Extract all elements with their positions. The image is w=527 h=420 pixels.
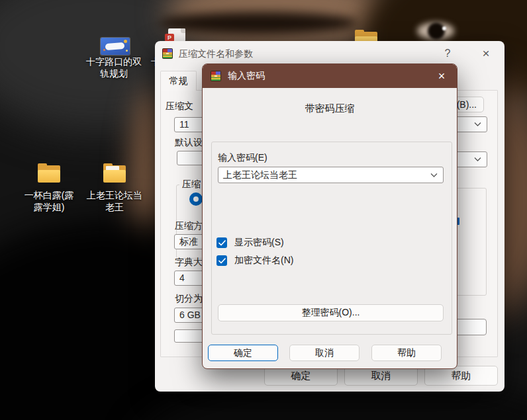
password-combobox[interactable]: 上老王论坛当老王	[218, 167, 444, 183]
password-help-button[interactable]: 帮助	[371, 345, 442, 361]
split-label: 切分为	[175, 293, 203, 305]
winrar-icon	[210, 70, 222, 82]
image-file-icon[interactable]	[101, 38, 130, 55]
show-password-row[interactable]: 显示密码(S)	[216, 237, 284, 249]
folder-label-laowang[interactable]: 上老王论坛当 老王	[75, 189, 154, 213]
folder-icon-laowang[interactable]	[103, 164, 126, 183]
close-icon[interactable]: ×	[426, 64, 457, 88]
password-heading: 带密码压缩	[203, 103, 457, 115]
format-group-label: 压缩	[179, 179, 203, 190]
document-file-icon[interactable]: P	[165, 28, 187, 42]
desktop: P 十字路口的双 轨规划 十 一杯白露(露 露学姐) 上老王论坛当 老王	[0, 0, 527, 420]
password-label: 输入密码(E)	[218, 152, 267, 164]
profile-label: 默认设	[175, 137, 203, 149]
password-value: 上老王论坛当老王	[223, 169, 297, 180]
page-fold	[181, 28, 185, 33]
checked-checkbox-icon[interactable]	[216, 255, 227, 266]
password-dialog-title: 输入密码	[228, 70, 426, 82]
method-label: 压缩方	[175, 220, 203, 232]
show-password-label: 显示密码(S)	[234, 237, 284, 249]
help-icon[interactable]: ?	[436, 45, 459, 62]
tab-general[interactable]: 常规	[160, 71, 197, 91]
close-icon[interactable]: ×	[475, 45, 497, 62]
password-dialog-titlebar[interactable]: 输入密码 ×	[203, 64, 457, 88]
winrar-icon	[162, 48, 173, 60]
dictionary-label: 字典大	[175, 257, 203, 269]
encrypt-filenames-label: 加密文件名(N)	[234, 255, 293, 267]
chevron-down-icon	[430, 173, 438, 177]
format-radio-selected[interactable]	[189, 192, 203, 206]
encrypt-filenames-row[interactable]: 加密文件名(N)	[216, 255, 293, 267]
password-ok-button[interactable]: 确定	[208, 345, 278, 361]
folder-icon-white-dew[interactable]	[38, 164, 60, 183]
archive-dialog-title: 压缩文件名和参数	[179, 48, 253, 60]
password-cancel-button[interactable]: 取消	[289, 345, 359, 361]
archive-name-label: 压缩文	[166, 101, 193, 112]
organize-passwords-button[interactable]: 整理密码(O)...	[218, 304, 444, 321]
password-dialog: 输入密码 × 带密码压缩 输入密码(E) 上老王论坛当老王 显示密码(S) 加密…	[202, 63, 457, 369]
checked-checkbox-icon[interactable]	[216, 237, 227, 248]
image-file-label[interactable]: 十字路口的双 轨规划	[74, 56, 154, 79]
